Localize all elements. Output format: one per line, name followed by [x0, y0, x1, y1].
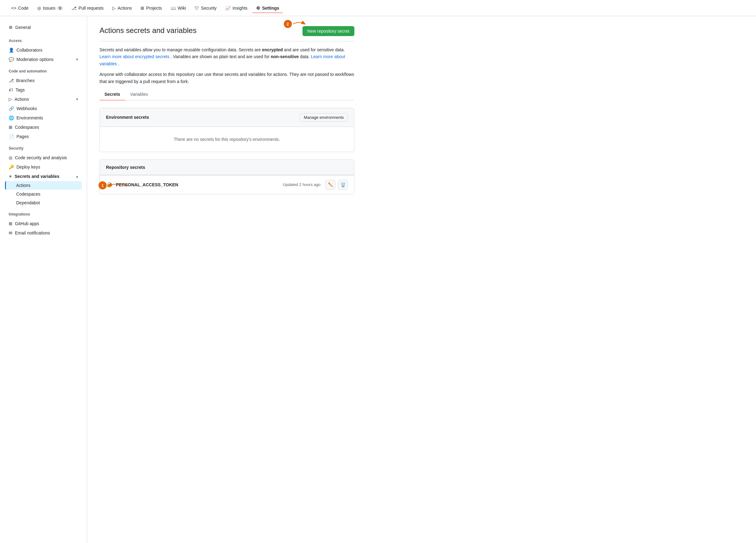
- tab-secrets[interactable]: Secrets: [99, 89, 125, 100]
- actions-sidebar-icon: ▷: [9, 97, 12, 102]
- secret-updated: Updated 2 hours ago: [283, 182, 320, 187]
- pages-icon: 📄: [9, 134, 14, 139]
- moderation-icon: 💬: [9, 57, 14, 62]
- sidebar-sub-item-dependabot[interactable]: Dependabot: [5, 198, 82, 207]
- actions-chevron-icon: ▾: [76, 97, 78, 101]
- branches-icon: ⎇: [9, 78, 14, 83]
- description-1: Secrets and variables allow you to manag…: [99, 46, 354, 67]
- nav-pull-requests[interactable]: ⎇ Pull requests: [68, 3, 107, 13]
- sidebar-section-access: Access: [5, 37, 82, 44]
- secrets-variables-tabs: Secrets Variables: [99, 89, 354, 100]
- new-secret-wrapper: 2 New repository secret: [302, 26, 354, 36]
- sidebar-item-deploy-keys[interactable]: 🔑 Deploy keys: [5, 162, 82, 172]
- actions-icon: ▷: [112, 6, 116, 11]
- environment-secrets-header: Environment secrets Manage environments: [100, 108, 354, 127]
- sidebar-item-environments[interactable]: 🌐 Environments: [5, 113, 82, 122]
- environment-secrets-card: Environment secrets Manage environments …: [99, 108, 354, 152]
- page-layout: ⚙ General Access 👤 Collaborators 💬 Moder…: [0, 16, 756, 543]
- nav-code[interactable]: <> Code: [7, 3, 32, 13]
- encrypted-secrets-link[interactable]: Learn more about encrypted secrets: [99, 54, 169, 59]
- sidebar-section-code-automation: Code and automation: [5, 68, 82, 75]
- edit-secret-button[interactable]: ✏️: [325, 180, 335, 190]
- github-apps-icon: ⊞: [9, 221, 12, 226]
- collaborators-icon: 👤: [9, 48, 14, 53]
- security-icon: 🛡: [195, 6, 199, 11]
- repository-secrets-title: Repository secrets: [106, 165, 145, 170]
- sidebar-item-secrets-variables[interactable]: ✳ Secrets and variables ▴: [5, 172, 82, 181]
- top-navigation: <> Code ◎ Issues 1 ⎇ Pull requests ▷ Act…: [0, 0, 756, 16]
- issues-icon: ◎: [37, 6, 41, 11]
- annotation-badge-1: 1: [99, 181, 107, 189]
- codespaces-icon: ⊞: [9, 125, 12, 130]
- sidebar-section-integrations: Integrations: [5, 211, 82, 218]
- nav-wiki[interactable]: 📖 Wiki: [167, 3, 190, 13]
- sidebar-item-actions[interactable]: ▷ Actions ▾: [5, 94, 82, 104]
- insights-icon: 📈: [225, 6, 231, 11]
- email-icon: ✉: [9, 230, 12, 235]
- annotation-arrow-1: [107, 182, 128, 188]
- settings-icon: ⚙: [256, 6, 260, 11]
- header-divider: [99, 41, 354, 41]
- sidebar-item-codespaces[interactable]: ⊞ Codespaces: [5, 122, 82, 132]
- environment-secrets-empty: There are no secrets for this repository…: [100, 127, 354, 152]
- sidebar-section-security: Security: [5, 145, 82, 152]
- environment-secrets-title: Environment secrets: [106, 115, 149, 120]
- sidebar-item-code-security[interactable]: ◎ Code security and analysis: [5, 153, 82, 162]
- sidebar-item-branches[interactable]: ⎇ Branches: [5, 76, 82, 85]
- main-header: Actions secrets and variables 2 New repo: [99, 26, 354, 36]
- repository-secrets-card: Repository secrets 🔒 PERSONAL_ACCESS_TOK…: [99, 159, 354, 194]
- sidebar-item-general[interactable]: ⚙ General: [5, 22, 82, 32]
- tab-variables[interactable]: Variables: [125, 89, 153, 100]
- repository-secrets-header: Repository secrets: [100, 160, 354, 175]
- secret-actions: ✏️ 🗑️: [325, 180, 348, 190]
- sidebar-item-moderation-options[interactable]: 💬 Moderation options ▾: [5, 55, 82, 64]
- moderation-chevron-icon: ▾: [76, 57, 78, 62]
- nav-actions[interactable]: ▷ Actions: [108, 3, 136, 13]
- sidebar-item-webhooks[interactable]: 🔗 Webhooks: [5, 104, 82, 113]
- deploy-keys-icon: 🔑: [9, 164, 14, 169]
- tags-icon: 🏷: [9, 87, 13, 92]
- page-title: Actions secrets and variables: [99, 26, 196, 35]
- nav-security[interactable]: 🛡 Security: [191, 3, 220, 13]
- projects-icon: ⊞: [141, 6, 144, 11]
- description-2: Anyone with collaborator access to this …: [99, 71, 354, 85]
- sidebar-item-pages[interactable]: 📄 Pages: [5, 132, 82, 141]
- sidebar-item-github-apps[interactable]: ⊞ GitHub apps: [5, 219, 82, 228]
- webhooks-icon: 🔗: [9, 106, 14, 111]
- sidebar: ⚙ General Access 👤 Collaborators 💬 Moder…: [0, 16, 87, 543]
- sidebar-sub-item-codespaces[interactable]: Codespaces: [5, 190, 82, 198]
- secrets-icon: ✳: [9, 174, 12, 179]
- sidebar-item-collaborators[interactable]: 👤 Collaborators: [5, 45, 82, 55]
- new-repository-secret-button[interactable]: New repository secret: [302, 26, 354, 36]
- sidebar-sub-item-actions[interactable]: Actions 1: [5, 181, 82, 190]
- main-content: Actions secrets and variables 2 New repo: [87, 16, 367, 543]
- delete-secret-button[interactable]: 🗑️: [338, 180, 348, 190]
- nav-projects[interactable]: ⊞ Projects: [137, 3, 166, 13]
- code-security-icon: ◎: [9, 155, 12, 160]
- sidebar-item-email-notifications[interactable]: ✉ Email notifications: [5, 228, 82, 237]
- wiki-icon: 📖: [171, 6, 176, 11]
- general-icon: ⚙: [9, 25, 13, 30]
- nav-issues[interactable]: ◎ Issues 1: [34, 3, 67, 13]
- code-icon: <>: [11, 6, 16, 11]
- nav-insights[interactable]: 📈 Insights: [222, 3, 251, 13]
- secret-row: 🔒 PERSONAL_ACCESS_TOKEN Updated 2 hours …: [100, 175, 354, 194]
- environments-icon: 🌐: [9, 115, 14, 120]
- pull-requests-icon: ⎇: [71, 6, 76, 11]
- nav-settings[interactable]: ⚙ Settings: [252, 3, 283, 13]
- sidebar-item-tags[interactable]: 🏷 Tags: [5, 85, 82, 94]
- manage-environments-button[interactable]: Manage environments: [300, 113, 348, 122]
- secrets-chevron-icon: ▴: [76, 174, 78, 178]
- annotation-badge-2: 2: [284, 20, 292, 28]
